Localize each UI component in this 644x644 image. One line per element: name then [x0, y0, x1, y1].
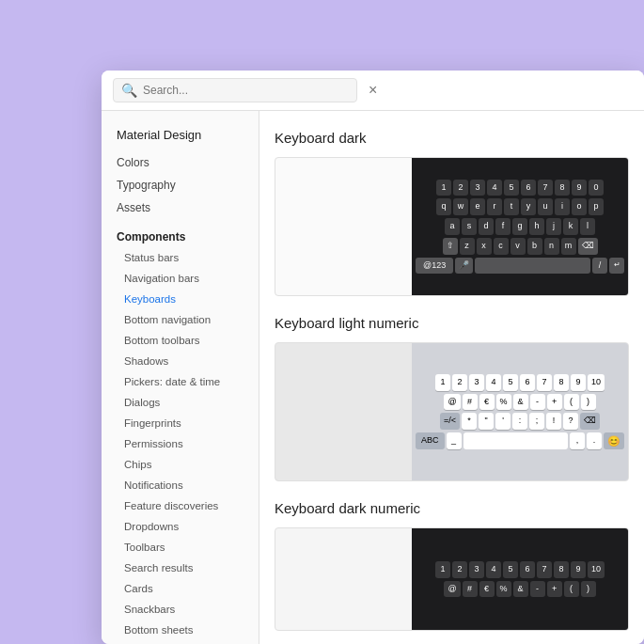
sidebar-item-forms[interactable]: Forms: [102, 640, 259, 644]
dnum-plus: +: [547, 581, 562, 598]
key-2: 2: [453, 180, 468, 196]
lkey-quest: ?: [563, 413, 578, 430]
key-f: f: [495, 218, 510, 235]
light-key-row-3: =/< * " ' : ; ! ? ⌫: [416, 413, 624, 430]
lkey-colon: :: [512, 413, 527, 430]
key-k: k: [563, 218, 578, 235]
light-key-row-1: 1 2 3 4 5 6 7 8 9 10: [416, 374, 624, 391]
sidebar-item-toolbars[interactable]: Toolbars: [102, 537, 259, 558]
key-a: a: [445, 218, 460, 235]
lkey-4: 4: [486, 374, 501, 391]
header: 🔍 ×: [102, 71, 644, 111]
lkey-eq: =/<: [440, 413, 460, 430]
key-u: u: [538, 198, 553, 215]
dnum-10: 10: [588, 561, 605, 578]
sidebar-item-shadows[interactable]: Shadows: [102, 351, 259, 371]
dnum-6: 6: [520, 561, 535, 578]
key-5: 5: [504, 180, 519, 196]
sidebar-item-dropdowns[interactable]: Dropdowns: [102, 516, 259, 537]
dnum-2: 2: [452, 561, 467, 578]
sidebar-item-bottom-sheets[interactable]: Bottom sheets: [102, 620, 259, 640]
keyboard-dark-numeric-preview: 1 2 3 4 5 6 7 8 9 10 @ #: [275, 527, 629, 631]
lkey-excl: !: [546, 413, 561, 430]
search-input[interactable]: [143, 84, 331, 97]
sidebar-item-status-bars[interactable]: Status bars: [102, 247, 259, 268]
key-y: y: [521, 198, 536, 215]
dnum-key-row-2: @ # € % & - + ( ): [416, 581, 624, 598]
dnum-5: 5: [503, 561, 518, 578]
dnum-euro: €: [479, 581, 495, 598]
dnum-minus: -: [530, 581, 545, 598]
lkey-amp: &: [513, 394, 528, 411]
key-9: 9: [572, 180, 587, 196]
key-at123: @123: [416, 258, 453, 275]
key-z: z: [460, 238, 475, 255]
key-row-numbers: 1 2 3 4 5 6 7 8 9 0: [416, 180, 624, 196]
sidebar-title: Material Design: [102, 122, 259, 151]
keyboard-light-numeric-preview: 1 2 3 4 5 6 7 8 9 10 @ #: [275, 342, 629, 481]
sidebar-section-components: Components: [102, 223, 259, 247]
sidebar-item-assets[interactable]: Assets: [102, 196, 259, 219]
lkey-space: [463, 432, 568, 449]
search-icon: 🔍: [121, 83, 137, 98]
lkey-at: @: [444, 394, 460, 411]
sidebar-item-snackbars[interactable]: Snackbars: [102, 599, 259, 620]
key-s: s: [462, 218, 477, 235]
sidebar-item-bottom-toolbars[interactable]: Bottom toolbars: [102, 330, 259, 351]
lkey-underscore: _: [447, 432, 462, 449]
key-h: h: [529, 218, 544, 235]
key-backspace: ⌫: [578, 238, 598, 255]
sidebar-item-pickers[interactable]: Pickers: date & time: [102, 371, 259, 392]
keyboard-light-numeric-title: Keyboard light numeric: [275, 315, 629, 331]
sidebar-item-dialogs[interactable]: Dialogs: [102, 392, 259, 413]
sidebar-item-permissions[interactable]: Permissions: [102, 433, 259, 454]
lkey-minus: -: [530, 394, 545, 411]
main-window: 🔍 × Material Design Colors Typography As…: [102, 71, 644, 644]
key-slash: /: [592, 258, 607, 275]
keyboard-dark-numeric-keys: 1 2 3 4 5 6 7 8 9 10 @ #: [412, 528, 628, 630]
sidebar-item-search-results[interactable]: Search results: [102, 558, 259, 578]
dnum-rparen: ): [581, 581, 596, 598]
sidebar-item-keyboards[interactable]: Keyboards: [102, 289, 259, 309]
lkey-1: 1: [435, 374, 450, 391]
lkey-emoji: 😊: [604, 432, 624, 449]
light-key-row-4: ABC _ , . 😊: [416, 432, 624, 449]
sidebar-item-typography[interactable]: Typography: [102, 174, 259, 196]
key-l: l: [580, 218, 595, 235]
lkey-period: .: [587, 432, 602, 449]
lkey-6: 6: [520, 374, 535, 391]
key-mic: 🎤: [455, 258, 473, 275]
close-button[interactable]: ×: [365, 81, 381, 100]
key-g: g: [512, 218, 527, 235]
sidebar-item-cards[interactable]: Cards: [102, 578, 259, 599]
search-bar[interactable]: 🔍: [113, 78, 357, 102]
key-0: 0: [589, 180, 604, 196]
lkey-10: 10: [588, 374, 605, 391]
dnum-key-row-1: 1 2 3 4 5 6 7 8 9 10: [416, 561, 624, 578]
lkey-2: 2: [452, 374, 467, 391]
key-b: b: [527, 238, 542, 255]
sidebar-item-fingerprints[interactable]: Fingerprints: [102, 413, 259, 433]
dnum-amp: &: [513, 581, 528, 598]
sidebar-item-feature-discoveries[interactable]: Feature discoveries: [102, 495, 259, 516]
lkey-3: 3: [469, 374, 484, 391]
sidebar-item-chips[interactable]: Chips: [102, 454, 259, 475]
sidebar-item-bottom-navigation[interactable]: Bottom navigation: [102, 309, 259, 330]
key-3: 3: [470, 180, 485, 196]
key-7: 7: [538, 180, 553, 196]
key-p: p: [589, 198, 604, 215]
sidebar-item-notifications[interactable]: Notifications: [102, 475, 259, 495]
lkey-del: ⌫: [580, 413, 600, 430]
dnum-1: 1: [435, 561, 450, 578]
key-t: t: [504, 198, 519, 215]
key-c: c: [494, 238, 509, 255]
key-row-bottom: @123 🎤 / ↵: [416, 258, 624, 275]
sidebar-item-colors[interactable]: Colors: [102, 151, 259, 174]
key-r: r: [487, 198, 502, 215]
sidebar-item-navigation-bars[interactable]: Navigation bars: [102, 268, 259, 289]
dnum-4: 4: [486, 561, 501, 578]
light-key-row-2: @ # € % & - + ( ): [416, 394, 624, 411]
lkey-9: 9: [571, 374, 586, 391]
key-m: m: [561, 238, 576, 255]
lkey-lparen: (: [564, 394, 579, 411]
